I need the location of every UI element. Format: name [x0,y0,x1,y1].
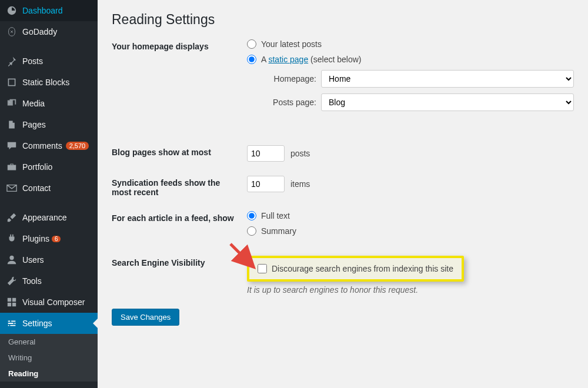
sidebar-item-label: Plugins [22,234,49,243]
sidebar-item-users[interactable]: Users [0,249,98,270]
sliders-icon [6,317,18,329]
sidebar-item-tools[interactable]: Tools [0,270,98,292]
wrench-icon [6,275,18,287]
brush-icon [6,212,18,223]
admin-sidebar: Dashboard GoDaddy Posts Static Blocks Me… [0,0,98,388]
pin-icon [6,55,18,67]
sidebar-item-media[interactable]: Media [0,93,98,114]
radio-full-text[interactable] [247,211,256,220]
sev-highlight: Discourage search engines from indexing … [247,256,464,282]
sidebar-item-label: Static Blocks [22,78,69,87]
godaddy-icon [6,26,18,38]
user-icon [6,254,18,266]
radio-latest-posts[interactable] [247,39,256,49]
sidebar-item-label: Posts [22,56,43,66]
syndication-unit: items [290,179,310,189]
submenu-item-writing[interactable]: Writing [0,350,98,366]
label-full-text: Full text [261,211,290,220]
label-article-feed: For each article in a feed, show [112,211,247,223]
radio-static-page[interactable] [247,55,256,64]
settings-submenu: General Writing Reading [0,334,98,382]
svg-point-1 [9,102,11,103]
label-static-page: A static page (select below) [261,55,361,64]
sidebar-item-static-blocks[interactable]: Static Blocks [0,72,98,93]
sidebar-item-label: Appearance [22,213,67,222]
sidebar-item-label: Tools [22,276,42,286]
plug-icon [6,233,18,245]
sidebar-item-label: Portfolio [22,162,52,172]
sev-note: It is up to search engines to honor this… [247,285,574,295]
sidebar-item-posts[interactable]: Posts [0,51,98,72]
label-summary: Summary [261,226,296,236]
svg-rect-3 [8,298,11,302]
square-icon [6,76,18,88]
plugins-badge: 6 [52,236,61,242]
sidebar-item-visual-composer[interactable]: Visual Composer [0,292,98,313]
main-content: Reading Settings Your homepage displays … [98,0,588,388]
sidebar-item-label: Visual Composer [22,297,85,307]
save-changes-button[interactable]: Save Changes [112,309,179,326]
media-icon [6,98,18,109]
blog-pages-input[interactable] [247,145,285,162]
sidebar-item-label: Dashboard [22,6,63,15]
svg-rect-4 [12,298,16,302]
sidebar-item-label: Pages [22,120,46,129]
mail-icon [6,182,18,194]
blog-pages-unit: posts [290,149,310,158]
static-page-link[interactable]: static page [268,55,308,64]
label-blog-pages: Blog pages show at most [112,145,247,157]
sidebar-item-godaddy[interactable]: GoDaddy [0,21,98,42]
label-syndication: Syndication feeds show the most recent [112,176,247,197]
sidebar-item-appearance[interactable]: Appearance [0,207,98,228]
dashboard-icon [6,5,18,16]
label-posts-page-select: Posts page: [258,98,316,107]
sidebar-item-label: Media [22,99,45,108]
briefcase-icon [6,161,18,173]
submenu-item-reading[interactable]: Reading [0,366,98,382]
label-latest-posts: Your latest posts [261,39,322,49]
sidebar-item-settings[interactable]: Settings [0,313,98,334]
page-title: Reading Settings [112,12,574,28]
sidebar-item-dashboard[interactable]: Dashboard [0,0,98,21]
label-homepage-displays: Your homepage displays [112,39,247,51]
sidebar-item-label: Comments [22,141,62,150]
submenu-item-general[interactable]: General [0,334,98,350]
sev-check-label: Discourage search engines from indexing … [272,264,453,273]
svg-rect-5 [8,303,11,306]
radio-summary[interactable] [247,226,256,236]
svg-rect-6 [12,303,16,306]
svg-point-2 [9,256,14,260]
sidebar-item-plugins[interactable]: Plugins 6 [0,228,98,249]
syndication-input[interactable] [247,176,285,192]
sidebar-item-contact[interactable]: Contact [0,178,98,199]
sidebar-item-comments[interactable]: Comments 2,570 [0,135,98,156]
page-icon [6,119,18,131]
sidebar-item-label: Settings [22,319,52,328]
sidebar-item-label: Contact [22,183,51,193]
sidebar-item-label: GoDaddy [22,27,57,36]
sidebar-item-pages[interactable]: Pages [0,114,98,135]
vc-icon [6,296,18,308]
svg-rect-0 [8,79,15,85]
homepage-select[interactable]: Home [321,70,574,88]
comments-badge: 2,570 [66,142,89,150]
label-homepage-select: Homepage: [258,74,316,83]
label-sev: Search Engine Visibility [112,256,247,267]
sidebar-item-label: Users [22,255,44,265]
sidebar-item-portfolio[interactable]: Portfolio [0,156,98,178]
sev-checkbox[interactable] [258,264,267,273]
comment-icon [6,140,18,152]
posts-page-select[interactable]: Blog [321,93,574,111]
